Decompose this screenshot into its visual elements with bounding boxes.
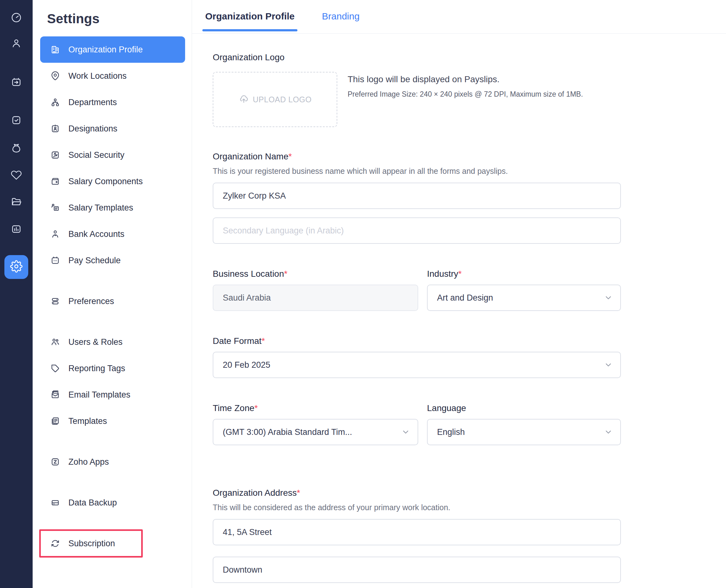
chevron-down-icon	[401, 428, 410, 437]
reports-icon[interactable]	[11, 224, 22, 235]
date-format-label: Date Format*	[213, 336, 621, 346]
date-format-select[interactable]: 20 Feb 2025	[213, 352, 621, 378]
chevron-down-icon	[604, 428, 613, 437]
nav-item-data-backup[interactable]: Data Backup	[40, 489, 185, 516]
organization-icon	[50, 45, 60, 55]
main-content: Organization Profile Branding Organizati…	[192, 0, 726, 588]
org-chart-icon	[50, 97, 60, 107]
organization-logo-label: Organization Logo	[213, 52, 621, 62]
logo-info-line2: Preferred Image Size: 240 × 240 pixels @…	[348, 90, 583, 99]
language-label: Language	[427, 403, 621, 413]
address-line2-input[interactable]	[213, 556, 621, 583]
location-industry-row: Business Location* Saudi Arabia Industry…	[213, 269, 621, 311]
nav-item-organization-profile[interactable]: Organization Profile	[40, 36, 185, 63]
app-rail	[0, 0, 33, 588]
wallet-icon	[50, 176, 60, 186]
language-value: English	[437, 427, 604, 437]
time-zone-group: Time Zone* (GMT 3:00) Arabia Standard Ti…	[213, 403, 418, 445]
required-asterisk: *	[288, 151, 292, 161]
nav-item-label: Salary Templates	[68, 203, 133, 213]
label-text: Organization Address	[213, 488, 297, 498]
logo-info: This logo will be displayed on Payslips.…	[348, 72, 583, 127]
nav-item-designations[interactable]: Designations	[40, 115, 185, 142]
nav-item-label: Templates	[68, 416, 107, 426]
industry-value: Art and Design	[437, 293, 604, 303]
nav-item-subscription[interactable]: Subscription	[40, 530, 185, 556]
nav-item-pay-schedule[interactable]: Pay Schedule	[40, 247, 185, 274]
nav-item-label: Users & Roles	[68, 337, 123, 347]
nav-item-label: Pay Schedule	[68, 256, 121, 266]
employees-icon[interactable]	[11, 38, 22, 49]
settings-title: Settings	[47, 11, 192, 26]
timezone-language-row: Time Zone* (GMT 3:00) Arabia Standard Ti…	[213, 403, 621, 445]
nav-item-preferences[interactable]: Preferences	[40, 288, 185, 314]
required-asterisk: *	[458, 269, 462, 279]
nav-item-salary-components[interactable]: Salary Components	[40, 168, 185, 194]
industry-label: Industry*	[427, 269, 621, 279]
dashboard-icon[interactable]	[11, 12, 22, 23]
nav-item-label: Preferences	[68, 296, 114, 306]
settings-nav-button[interactable]	[4, 255, 28, 279]
tab-label: Organization Profile	[205, 11, 295, 21]
industry-select[interactable]: Art and Design	[427, 285, 621, 311]
required-asterisk: *	[297, 488, 300, 498]
label-text: Industry	[427, 269, 458, 279]
label-text: Date Format	[213, 336, 262, 346]
address-line1-input[interactable]	[213, 519, 621, 545]
settings-nav-list: Organization Profile Work Locations Depa…	[33, 36, 192, 556]
tab-branding[interactable]: Branding	[322, 5, 360, 31]
stacked-documents-icon	[50, 416, 60, 426]
nav-item-label: Salary Components	[68, 177, 143, 186]
approvals-icon[interactable]	[11, 114, 22, 126]
org-name-section: Organization Name* This is your register…	[213, 151, 621, 244]
calendar-icon	[50, 255, 60, 266]
bank-person-icon	[50, 229, 60, 239]
nav-item-work-locations[interactable]: Work Locations	[40, 63, 185, 89]
time-zone-label: Time Zone*	[213, 403, 418, 413]
nav-item-label: Departments	[68, 98, 117, 107]
pay-runs-icon[interactable]	[11, 77, 22, 88]
benefits-icon[interactable]	[11, 169, 22, 181]
nav-item-salary-templates[interactable]: Salary Templates	[40, 194, 185, 221]
nav-item-label: Work Locations	[68, 71, 127, 81]
nav-item-users-roles[interactable]: Users & Roles	[40, 329, 185, 355]
nav-item-departments[interactable]: Departments	[40, 89, 185, 115]
zoho-z-icon	[50, 457, 60, 467]
nav-item-templates[interactable]: Templates	[40, 408, 185, 434]
nav-item-social-security[interactable]: Social Security	[40, 142, 185, 168]
tab-organization-profile[interactable]: Organization Profile	[205, 5, 295, 31]
tab-bar: Organization Profile Branding	[192, 0, 726, 34]
organization-address-label: Organization Address*	[213, 488, 621, 498]
language-select[interactable]: English	[427, 419, 621, 445]
nav-item-bank-accounts[interactable]: Bank Accounts	[40, 221, 185, 247]
organization-name-label: Organization Name*	[213, 151, 621, 162]
required-asterisk: *	[284, 269, 287, 279]
secondary-language-input[interactable]	[213, 217, 621, 244]
app-window: Settings Organization Profile Work Locat…	[0, 0, 726, 588]
gavel-icon	[50, 150, 60, 160]
date-format-section: Date Format* 20 Feb 2025	[213, 336, 621, 378]
logo-info-line1: This logo will be displayed on Payslips.	[348, 75, 583, 84]
chevron-down-icon	[604, 293, 613, 302]
nav-item-label: Zoho Apps	[68, 457, 109, 467]
settings-panel: Settings Organization Profile Work Locat…	[33, 0, 192, 588]
business-location-label: Business Location*	[213, 269, 418, 279]
users-icon	[50, 337, 60, 347]
business-location-field: Saudi Arabia	[213, 285, 418, 311]
organization-name-input[interactable]	[213, 183, 621, 209]
nav-item-zoho-apps[interactable]: Zoho Apps	[40, 449, 185, 475]
time-zone-select[interactable]: (GMT 3:00) Arabia Standard Tim...	[213, 419, 418, 445]
drive-icon	[50, 498, 60, 508]
nav-item-email-templates[interactable]: Email Templates	[40, 381, 185, 408]
active-tab-underline	[202, 29, 297, 31]
documents-icon[interactable]	[11, 196, 22, 207]
nav-item-label: Reporting Tags	[68, 364, 125, 373]
required-asterisk: *	[262, 336, 265, 346]
loans-icon[interactable]	[11, 143, 22, 154]
upload-logo-dropzone[interactable]: UPLOAD LOGO	[213, 72, 337, 127]
time-zone-value: (GMT 3:00) Arabia Standard Tim...	[223, 427, 401, 437]
nav-item-reporting-tags[interactable]: Reporting Tags	[40, 355, 185, 381]
nav-item-label: Social Security	[68, 150, 125, 160]
tag-icon	[50, 363, 60, 373]
language-group: Language English	[427, 403, 621, 445]
